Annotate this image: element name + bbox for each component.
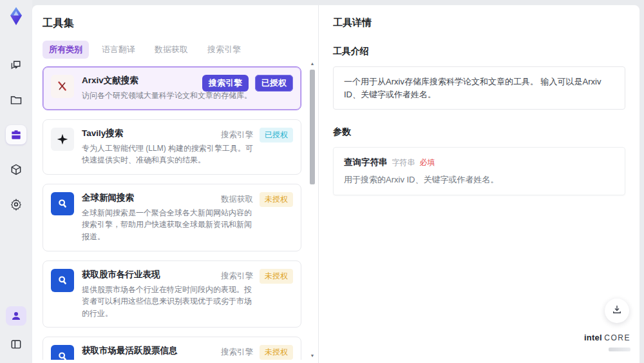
brand-primary: intel <box>584 333 602 342</box>
tool-category-badge: 搜索引擎 <box>221 271 253 282</box>
intro-heading: 工具介绍 <box>333 46 625 57</box>
sidebar-item-files[interactable] <box>6 90 26 110</box>
tool-category-badge: 数据获取 <box>221 194 253 205</box>
tavily-star-icon <box>51 128 74 151</box>
panel-toggle-icon <box>10 338 23 351</box>
sidebar-item-panel-toggle[interactable] <box>6 335 26 354</box>
app-root: 工具集 所有类别 语言翻译 数据获取 搜索引擎 Arxiv文献搜索 访问各个研究… <box>0 0 644 363</box>
tab-translation[interactable]: 语言翻译 <box>95 41 142 59</box>
tool-description: 提供股票市场各个行业在特定时间段内的表现。投资者可以利用这些信息来识别表现优于或… <box>82 284 254 320</box>
scrollbar[interactable]: ▲ ▼ <box>308 61 316 359</box>
scrollbar-thumb[interactable] <box>310 70 315 184</box>
tool-category-badge: 搜索引擎 <box>221 347 253 358</box>
param-head: 查询字符串 字符串 必填 <box>344 157 614 168</box>
magnifier-icon <box>51 192 74 215</box>
param-type: 字符串 <box>392 157 415 168</box>
sidebar-item-settings[interactable] <box>6 195 26 214</box>
content-shell: 工具集 所有类别 语言翻译 数据获取 搜索引擎 Arxiv文献搜索 访问各个研究… <box>32 5 639 363</box>
intro-text: 一个用于从Arxiv存储库搜索科学论文和文章的工具。 输入可以是Arxiv ID… <box>333 66 625 110</box>
brand-bar <box>609 348 630 351</box>
tab-all-categories[interactable]: 所有类别 <box>43 41 89 59</box>
rail-bottom <box>6 306 26 354</box>
param-item: 查询字符串 字符串 必填 用于搜索的Arxiv ID、关键字或作者姓名。 <box>333 147 625 195</box>
tool-card[interactable]: 获取股市各行业表现 提供股票市场各个行业在特定时间段内的表现。投资者可以利用这些… <box>43 260 301 328</box>
tool-badges: 搜索引擎 未授权 <box>221 345 293 360</box>
scroll-down-icon[interactable]: ▼ <box>310 353 315 359</box>
tool-auth-badge: 未授权 <box>260 269 293 284</box>
sidebar-item-tools[interactable] <box>6 125 26 144</box>
tab-data-fetch[interactable]: 数据获取 <box>148 41 194 59</box>
tool-badges: 搜索引擎 已授权 <box>221 128 293 142</box>
cube-icon <box>10 163 23 176</box>
left-rail <box>0 0 32 363</box>
params-heading: 参数 <box>333 126 625 138</box>
tool-auth-badge: 未授权 <box>260 192 293 207</box>
tool-auth-badge: 已授权 <box>260 128 293 142</box>
chat-icon <box>10 59 23 72</box>
toolbox-icon <box>10 128 23 141</box>
download-icon <box>611 304 623 318</box>
folder-icon <box>10 93 23 106</box>
tool-auth-badge: 未授权 <box>260 345 293 360</box>
user-icon <box>10 310 22 322</box>
sidebar-item-chat[interactable] <box>6 55 26 75</box>
param-required-badge: 必填 <box>420 157 435 168</box>
rail-nav <box>6 55 26 214</box>
tool-badges: 数据获取 未授权 <box>221 192 293 207</box>
tool-card[interactable]: 全球新闻搜索 全球新闻搜索是一个聚合全球各大新闻网站内容的搜索引擎，帮助用户快速… <box>43 184 301 251</box>
arxiv-x-icon <box>51 75 74 98</box>
brand-secondary: core <box>604 333 630 342</box>
gear-icon <box>10 198 23 211</box>
tool-description: 全球新闻搜索是一个聚合全球各大新闻网站内容的搜索引擎，帮助用户快速获取全球最新资… <box>82 207 254 243</box>
intel-core-logo: intel core <box>584 331 630 354</box>
app-logo-icon <box>5 5 27 27</box>
param-name: 查询字符串 <box>344 157 388 168</box>
tool-card[interactable]: 获取市场最活跃股票信息 提供当天交易量最高的股票列表。投资者可以利用这些信息来识… <box>43 337 301 360</box>
tool-list: Arxiv文献搜索 访问各个研究领域大量科学论文和文章的存储库。 搜索引擎 已授… <box>43 66 318 360</box>
tool-detail-pane: 工具详情 工具介绍 一个用于从Arxiv存储库搜索科学论文和文章的工具。 输入可… <box>319 5 639 363</box>
tool-description: 专为人工智能代理 (LLM) 构建的搜索引擎工具。可快速提供实时、准确和真实的结… <box>82 142 254 166</box>
tool-list-pane: 工具集 所有类别 语言翻译 数据获取 搜索引擎 Arxiv文献搜索 访问各个研究… <box>32 5 319 363</box>
tool-card[interactable]: Tavily搜索 专为人工智能代理 (LLM) 构建的搜索引擎工具。可快速提供实… <box>43 119 301 175</box>
sidebar-item-plugins[interactable] <box>6 160 26 179</box>
page-title: 工具集 <box>43 17 318 30</box>
param-description: 用于搜索的Arxiv ID、关键字或作者姓名。 <box>344 174 614 186</box>
tool-badges: 搜索引擎 已授权 <box>202 75 293 92</box>
scrollbar-track[interactable] <box>310 67 315 353</box>
magnifier-icon <box>51 269 74 292</box>
detail-title: 工具详情 <box>333 17 625 29</box>
tool-category-badge: 搜索引擎 <box>221 130 253 141</box>
tool-badges: 搜索引擎 未授权 <box>221 269 293 284</box>
tool-category-badge: 搜索引擎 <box>202 75 249 92</box>
scroll-up-icon[interactable]: ▲ <box>310 61 315 67</box>
category-tabs: 所有类别 语言翻译 数据获取 搜索引擎 <box>43 41 318 59</box>
tool-card[interactable]: Arxiv文献搜索 访问各个研究领域大量科学论文和文章的存储库。 搜索引擎 已授… <box>43 66 301 110</box>
sidebar-item-account[interactable] <box>6 306 26 326</box>
tab-search-engine[interactable]: 搜索引擎 <box>201 41 247 59</box>
download-button[interactable] <box>605 299 629 323</box>
magnifier-icon <box>51 345 74 360</box>
tool-auth-badge: 已授权 <box>255 75 293 92</box>
